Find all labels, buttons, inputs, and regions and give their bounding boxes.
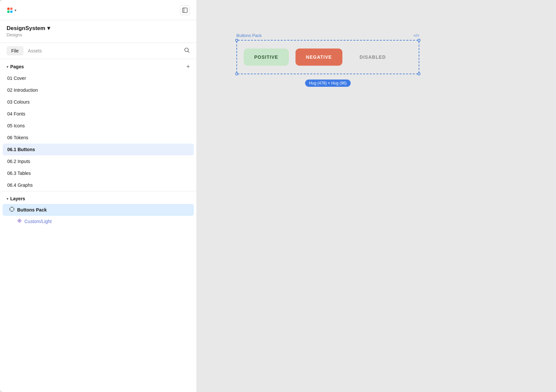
- project-info: DesignSystem ▾ Designs: [0, 20, 196, 43]
- tabs-bar: File Assets: [0, 43, 196, 59]
- pages-section-header: ▾ Pages +: [0, 59, 196, 72]
- pages-title-text: Pages: [10, 64, 24, 69]
- positive-button[interactable]: POSITIVE: [244, 49, 289, 66]
- layers-title[interactable]: ▾ Layers: [7, 196, 25, 201]
- svg-rect-0: [7, 8, 10, 10]
- svg-rect-1: [10, 8, 13, 10]
- page-item-06-2-inputs[interactable]: 06.2 Inputs: [3, 155, 194, 167]
- svg-rect-11: [11, 211, 13, 212]
- svg-rect-10: [11, 207, 13, 208]
- page-item-03-colours[interactable]: 03 Colours: [3, 96, 194, 108]
- project-chevron: ▾: [47, 25, 50, 32]
- page-item-05-icons[interactable]: 05 Icons: [3, 120, 194, 132]
- project-type: Designs: [7, 32, 190, 37]
- tab-file[interactable]: File: [7, 46, 23, 55]
- page-item-01-cover[interactable]: 01 Cover: [3, 72, 194, 84]
- layers-section-header: ▾ Layers: [0, 191, 196, 204]
- search-button[interactable]: [184, 47, 190, 54]
- layer-label-custom-light: Custom/Light: [24, 219, 52, 224]
- svg-rect-3: [10, 11, 13, 13]
- pages-list: 01 Cover 02 Introduction 03 Colours 04 F…: [0, 72, 196, 191]
- buttons-pack-container: Buttons Pack </> POSITIVE NEGATIVE DISAB…: [236, 33, 419, 74]
- page-item-06-tokens[interactable]: 06 Tokens: [3, 132, 194, 144]
- pages-title[interactable]: ▾ Pages: [7, 64, 24, 69]
- tab-assets[interactable]: Assets: [23, 46, 47, 55]
- code-icon[interactable]: </>: [414, 33, 419, 38]
- page-item-02-intro[interactable]: 02 Introduction: [3, 84, 194, 96]
- handle-bottom-left: [235, 73, 238, 75]
- svg-rect-4: [183, 8, 187, 13]
- panel-toggle-button[interactable]: [180, 5, 190, 15]
- handle-top-right: [418, 39, 420, 42]
- header-bar: ▾: [0, 0, 196, 20]
- page-item-04-fonts[interactable]: 04 Fonts: [3, 108, 194, 120]
- layer-label-buttons-pack: Buttons Pack: [17, 207, 47, 212]
- project-name-text: DesignSystem: [7, 25, 45, 32]
- component-icon: [17, 218, 22, 224]
- page-item-06-4-graphs[interactable]: 06.4 Graphs: [3, 179, 194, 191]
- layer-item-buttons-pack[interactable]: Buttons Pack: [3, 204, 194, 216]
- layers-title-text: Layers: [10, 196, 25, 201]
- handle-top-left: [235, 39, 238, 42]
- header-chevron: ▾: [15, 8, 17, 13]
- svg-rect-9: [14, 208, 14, 211]
- layers-collapse-icon: ▾: [7, 197, 8, 201]
- negative-button[interactable]: NEGATIVE: [295, 49, 343, 66]
- size-tooltip: Hug (478) × Hug (96): [305, 80, 351, 87]
- add-page-button[interactable]: +: [186, 64, 190, 70]
- buttons-frame: POSITIVE NEGATIVE DISABLED Hug (478) × H…: [236, 40, 419, 74]
- disabled-button: DISABLED: [349, 49, 397, 66]
- page-item-06-1-buttons[interactable]: 06.1 Buttons: [3, 144, 194, 155]
- sidebar: ▾ DesignSystem ▾ Designs File Assets: [0, 0, 197, 392]
- header-left: ▾: [7, 7, 17, 14]
- layer-item-custom-light[interactable]: Custom/Light: [3, 216, 194, 227]
- pages-layers-section: ▾ Pages + 01 Cover 02 Introduction 03 Co…: [0, 59, 196, 392]
- svg-rect-2: [7, 11, 10, 13]
- tabs-list: File Assets: [7, 46, 47, 55]
- handle-bottom-right: [418, 73, 420, 75]
- frame-icon: [9, 207, 15, 213]
- figma-logo[interactable]: ▾: [7, 7, 17, 14]
- project-name[interactable]: DesignSystem ▾: [7, 25, 190, 32]
- frame-label-text: Buttons Pack: [236, 33, 262, 38]
- svg-rect-8: [10, 208, 10, 211]
- layers-section: ▾ Layers Buttons Pack: [0, 191, 196, 230]
- page-item-06-3-tables[interactable]: 06.3 Tables: [3, 167, 194, 179]
- pages-collapse-icon: ▾: [7, 65, 8, 69]
- svg-point-6: [185, 48, 189, 52]
- svg-line-7: [188, 51, 190, 53]
- frame-label-row: Buttons Pack </>: [236, 33, 419, 38]
- canvas-area: Buttons Pack </> POSITIVE NEGATIVE DISAB…: [197, 0, 556, 392]
